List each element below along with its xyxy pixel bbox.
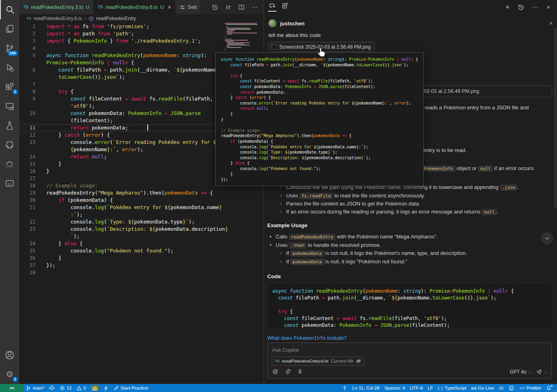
send-icon xyxy=(536,369,542,375)
model-label: GPT 4o xyxy=(510,369,526,375)
activity-item-output-log[interactable]: LOG xyxy=(0,154,19,174)
model-picker[interactable]: GPT 4o ⌄ xyxy=(510,369,532,375)
code-text: readPokedexEntry("Mega Ampharos").then(p… xyxy=(46,190,213,196)
followup-suggestion[interactable]: What does PokemonInfo include? xyxy=(267,335,347,341)
tab-close-icon[interactable]: × xyxy=(168,4,171,10)
activity-item-search[interactable] xyxy=(0,0,19,19)
compare-changes-icon[interactable] xyxy=(225,4,231,10)
text-caret xyxy=(147,125,148,131)
activity-item-settings[interactable]: ⚙1 xyxy=(0,365,19,384)
statusbar-item[interactable] xyxy=(101,384,111,392)
activity-item-remote-explorer[interactable] xyxy=(0,96,19,116)
statusbar-item-lf[interactable]: LF xyxy=(425,384,435,392)
panel-scrollbar[interactable] xyxy=(554,28,557,208)
activity-item-explorer[interactable] xyxy=(0,19,19,39)
activity-item-console[interactable]: (x) xyxy=(0,174,19,193)
popup-code-row: readPokedexEntry("Mega Ampharos").then(p… xyxy=(221,133,418,139)
input-placeholder: Ask Copilot xyxy=(272,347,299,353)
activity-item-github[interactable] xyxy=(0,135,19,154)
minimap-line xyxy=(226,35,226,36)
breadcrumb-file[interactable]: readPokedexEntry.6.ts xyxy=(34,16,83,21)
eye-off-icon[interactable] xyxy=(356,358,361,364)
statusbar-item-typescript[interactable]: { }TypeScript xyxy=(435,384,469,392)
tab-readPokedexEntry.6.ts[interactable]: TSreadPokedexEntry.6.tsU× xyxy=(94,0,175,14)
more-actions-icon[interactable]: ⋯ xyxy=(252,4,258,11)
statusbar-item-12[interactable]: 12 xyxy=(57,384,74,392)
tab-label: readPokedexEntry.6.ts xyxy=(105,4,158,10)
statusbar-item-main-[interactable]: main* xyxy=(23,384,47,392)
port-icon xyxy=(342,386,347,391)
delete-turn-icon[interactable]: × xyxy=(549,20,553,27)
breadcrumb[interactable]: TS readPokedexEntry.6.ts › readPokedexEn… xyxy=(19,14,264,23)
code-row: 26 } xyxy=(19,254,264,262)
tab-dirty-flag: U xyxy=(160,4,164,10)
code-text: :`); xyxy=(46,211,83,218)
inline-code: readPokedexEntry xyxy=(289,234,336,240)
activity-item-extensions[interactable]: 2 xyxy=(0,77,19,96)
explorer-icon xyxy=(5,25,14,33)
statusbar-item-prettier[interactable]: ✓✓Prettier xyxy=(516,384,544,392)
chevron-down-icon: ⌄ xyxy=(528,370,532,374)
new-edit-session-icon[interactable] xyxy=(281,2,288,12)
statusbar-item-go-live[interactable]: Go Live xyxy=(469,384,497,392)
attachment-chip[interactable]: Screenshot 2025-02-03 at 2.56.49 PM.png xyxy=(268,42,375,52)
code-text: import { PokemonInfo } from './readPoked… xyxy=(46,38,201,44)
activity-item-accounts[interactable] xyxy=(0,345,19,365)
chat-input[interactable]: Ask Copilot TS readPokedexEntry.6.ts Cur… xyxy=(267,343,552,379)
editor-actions: ⋯ xyxy=(212,0,264,14)
list-item: Calls readPokedexEntry with the Pokémon … xyxy=(267,233,552,241)
new-chat-icon[interactable]: + xyxy=(505,4,510,10)
code-row: 28 xyxy=(19,269,264,276)
statusbar-item-ln-11-col-28[interactable]: Ln 11, Col 28 xyxy=(350,384,382,392)
notification-dot xyxy=(551,385,553,387)
activity-item-source-control[interactable]: 10K xyxy=(0,39,19,58)
statusbar-item[interactable] xyxy=(544,384,554,392)
statusbar-item[interactable] xyxy=(506,384,516,392)
statusbar-item[interactable]: ab xyxy=(89,384,101,392)
statusbar-item-utf-8[interactable]: UTF-8 xyxy=(407,384,425,392)
braces-icon: { } xyxy=(438,386,443,390)
statusbar-item-0[interactable]: 0 xyxy=(74,384,88,392)
popup-code-row: } else { xyxy=(221,160,418,166)
attach-icon[interactable] xyxy=(285,369,291,375)
timeline-history-icon[interactable] xyxy=(212,4,218,10)
line-number: 13 xyxy=(19,139,35,146)
code-text: } xyxy=(46,168,50,174)
statusbar-item[interactable] xyxy=(496,384,506,392)
close-panel-icon[interactable]: × xyxy=(547,4,550,10)
remote-indicator[interactable]: >< xyxy=(0,384,23,392)
minimap-line xyxy=(226,48,226,49)
tab-Sett[interactable]: Sett xyxy=(175,0,201,14)
send-button[interactable]: ⌄ xyxy=(536,369,547,375)
chat-mode-icon[interactable] xyxy=(269,2,276,12)
scroll-to-bottom-button[interactable] xyxy=(541,232,553,244)
statusbar-item[interactable] xyxy=(340,384,350,392)
username: justschen xyxy=(280,21,305,27)
chat-history-icon[interactable] xyxy=(518,4,524,10)
split-editor-icon[interactable] xyxy=(238,4,245,10)
response-code-row xyxy=(272,302,547,308)
chat-more-icon[interactable]: ⋯ xyxy=(532,4,538,11)
response-code-row: const pokemonData: PokemonInfo = JSON.pa… xyxy=(272,322,547,329)
code-text: toLowerCase()}.json`); xyxy=(46,74,125,80)
minimap-line xyxy=(226,27,228,27)
statusbar-item[interactable] xyxy=(47,384,57,392)
line-number: 28 xyxy=(19,269,35,276)
statusbar-label: 12 xyxy=(66,386,72,390)
avatar xyxy=(268,19,276,27)
minimap[interactable] xyxy=(225,23,260,53)
tab-readPokedexEntry.3.ts[interactable]: TSreadPokedexEntry.3.tsU xyxy=(19,0,94,14)
statusbar-item-start-practice[interactable]: Start Practice xyxy=(111,384,151,392)
breadcrumb-symbol[interactable]: readPokedexEntry xyxy=(96,16,136,21)
activity-item-run-debug[interactable] xyxy=(0,58,19,77)
response-code-block[interactable]: async function readPokedexEntry(pokemonN… xyxy=(267,283,552,330)
mention-icon[interactable]: @ xyxy=(272,368,278,375)
line-number: 24 xyxy=(19,240,35,247)
response-heading: Example Usage xyxy=(267,222,552,229)
statusbar-item-spaces-4[interactable]: Spaces: 4 xyxy=(382,384,407,392)
code-text: async function readPokedexEntry(pokemonN… xyxy=(46,52,207,58)
context-chip[interactable]: TS readPokedexEntry.6.ts Current file xyxy=(272,357,365,365)
mic-icon[interactable] xyxy=(297,369,303,375)
response-heading: Code xyxy=(267,273,552,280)
activity-item-testing[interactable] xyxy=(0,116,19,135)
